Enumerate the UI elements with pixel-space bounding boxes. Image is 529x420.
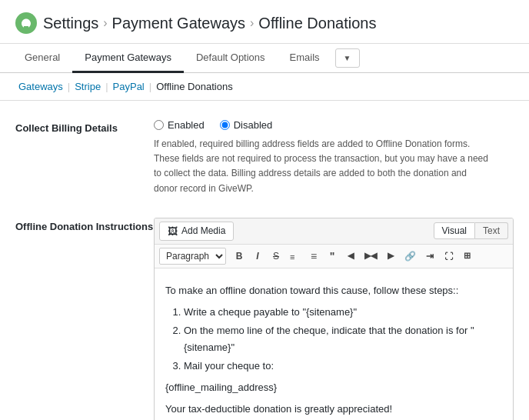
editor-content-area[interactable]: To make an offline donation toward this … xyxy=(155,268,513,420)
breadcrumb-sep-1: › xyxy=(103,16,107,30)
disabled-option[interactable]: Disabled xyxy=(220,119,273,131)
collect-billing-label: Collect Billing Details xyxy=(15,119,154,134)
editor-format-bar: Paragraph B I S ≡ ≡ " xyxy=(155,245,513,268)
more-tabs-dropdown[interactable]: ▼ xyxy=(335,48,360,68)
tab-payment-gateways[interactable]: Payment Gateways xyxy=(72,44,184,73)
align-left-button[interactable]: ◀ xyxy=(342,248,359,263)
breadcrumb-sep-2: › xyxy=(250,16,254,30)
instructions-label: Offline Donation Instructions xyxy=(15,218,154,232)
billing-help-text: If enabled, required billing address fie… xyxy=(154,137,492,196)
editor-steps-list: Write a cheque payable to "{sitename}" O… xyxy=(165,304,502,375)
wysiwyg-editor: 🖼 Add Media Visual Text Paragraph xyxy=(154,218,514,420)
editor-view-toggle: Visual Text xyxy=(434,222,508,239)
fullscreen-button[interactable]: ⛶ xyxy=(440,249,457,263)
svg-text:≡: ≡ xyxy=(290,252,294,262)
tab-general[interactable]: General xyxy=(12,44,72,73)
sub-nav: Gateways | Stripe | PayPal | Offline Don… xyxy=(0,73,529,101)
sub-nav-sep-3: | xyxy=(149,81,151,92)
ordered-list-button[interactable]: ≡ xyxy=(286,248,304,264)
sub-nav-sep-1: | xyxy=(68,81,70,92)
visual-view-button[interactable]: Visual xyxy=(434,222,475,239)
blockquote-button[interactable]: " xyxy=(324,248,341,265)
editor-step-1: Write a cheque payable to "{sitename}" xyxy=(184,304,502,321)
tab-emails[interactable]: Emails xyxy=(278,44,332,73)
editor-line-address: {offline_mailing_address} xyxy=(165,379,502,396)
content-area: Collect Billing Details Enabled Disabled… xyxy=(0,101,529,420)
italic-button[interactable]: I xyxy=(249,248,266,264)
sub-nav-sep-2: | xyxy=(105,81,108,92)
enabled-radio[interactable] xyxy=(154,120,164,130)
billing-radio-group: Enabled Disabled xyxy=(154,119,514,131)
indent-button[interactable]: ⇥ xyxy=(421,248,438,264)
enabled-label: Enabled xyxy=(168,119,205,131)
instructions-control: 🖼 Add Media Visual Text Paragraph xyxy=(154,218,514,420)
breadcrumb-root: Settings xyxy=(43,15,98,32)
breadcrumb: Settings › Payment Gateways › Offline Do… xyxy=(43,15,376,32)
align-center-button[interactable]: ▶◀ xyxy=(361,248,381,263)
unordered-list-button[interactable]: ≡ xyxy=(305,248,322,265)
table-button[interactable]: ⊞ xyxy=(458,248,475,263)
collect-billing-control: Enabled Disabled If enabled, required bi… xyxy=(154,119,514,196)
editor-step-3: Mail your cheque to: xyxy=(184,358,502,375)
sub-nav-paypal[interactable]: PayPal xyxy=(110,81,148,92)
editor-step-2: On the memo line of the cheque, indicate… xyxy=(184,322,502,356)
instructions-row: Offline Donation Instructions 🖼 Add Medi… xyxy=(15,218,514,420)
text-view-button[interactable]: Text xyxy=(475,222,508,239)
add-media-label: Add Media xyxy=(181,225,225,236)
link-button[interactable]: 🔗 xyxy=(401,248,420,264)
main-nav-tabs: General Payment Gateways Default Options… xyxy=(0,44,529,73)
editor-top-bar: 🖼 Add Media Visual Text xyxy=(155,218,513,245)
editor-line-thankyou: Your tax-deductible donation is greatly … xyxy=(165,401,502,418)
page-header: Settings › Payment Gateways › Offline Do… xyxy=(0,0,529,44)
strikethrough-button[interactable]: S xyxy=(268,248,284,264)
align-right-button[interactable]: ▶ xyxy=(382,248,399,263)
add-media-icon: 🖼 xyxy=(168,225,178,237)
disabled-radio[interactable] xyxy=(220,120,230,130)
editor-line-1: To make an offline donation toward this … xyxy=(165,282,502,299)
bold-button[interactable]: B xyxy=(231,248,248,264)
breadcrumb-level2: Offline Donations xyxy=(258,15,376,32)
collect-billing-row: Collect Billing Details Enabled Disabled… xyxy=(15,119,514,196)
disabled-label: Disabled xyxy=(234,119,273,131)
sub-nav-current: Offline Donations xyxy=(153,81,236,92)
paragraph-select[interactable]: Paragraph xyxy=(159,248,226,265)
sub-nav-stripe[interactable]: Stripe xyxy=(72,81,104,92)
chevron-down-icon: ▼ xyxy=(344,54,351,62)
sub-nav-gateways[interactable]: Gateways xyxy=(15,81,66,92)
givewp-logo-icon xyxy=(15,12,37,34)
breadcrumb-level1: Payment Gateways xyxy=(112,15,245,32)
tab-default-options[interactable]: Default Options xyxy=(184,44,278,73)
add-media-button[interactable]: 🖼 Add Media xyxy=(159,222,234,241)
enabled-option[interactable]: Enabled xyxy=(154,119,205,131)
